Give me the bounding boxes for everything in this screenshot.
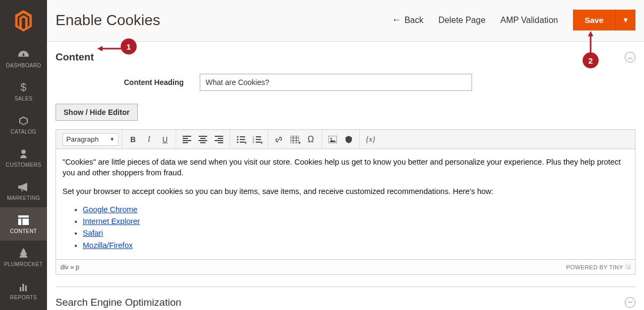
list-item: Safari — [83, 228, 629, 238]
browser-link-safari[interactable]: Safari — [83, 229, 103, 237]
editor-toolbar: Paragraph▼ B I U ▼ 123▼ — [56, 130, 635, 149]
nav-label: DASHBOARD — [6, 63, 41, 68]
tree-icon — [19, 247, 28, 259]
save-button[interactable]: Save — [573, 10, 615, 30]
callout-arrow-2 — [588, 31, 593, 53]
caret-down-icon: ▼ — [260, 141, 264, 145]
format-select[interactable]: Paragraph▼ — [62, 133, 119, 146]
nav-label: CATALOG — [11, 129, 36, 135]
arrow-left-icon: ← — [391, 14, 401, 26]
powered-by-link[interactable]: POWERED BY TINY — [566, 264, 623, 270]
section-header: Content ︿ — [56, 51, 635, 63]
collapse-toggle[interactable]: ︿ — [625, 52, 635, 63]
amp-validation-button[interactable]: AMP Validation — [500, 15, 558, 25]
wysiwyg-editor: Paragraph▼ B I U ▼ 123▼ — [56, 129, 635, 275]
show-hide-editor-button[interactable]: Show / Hide Editor — [56, 104, 138, 121]
nav-label: CONTENT — [10, 228, 37, 234]
dollar-icon: $ — [20, 82, 26, 94]
align-center-button[interactable] — [195, 132, 210, 147]
nav-label: REPORTS — [10, 294, 37, 300]
editor-paragraph: Set your browser to accept cookies so yo… — [62, 186, 629, 197]
callout-arrow-1 — [97, 46, 122, 51]
svg-marker-3 — [588, 31, 593, 36]
editor-list: Google Chrome Internet Explorer Safari M… — [62, 204, 629, 251]
sidebar-item-catalog[interactable]: CATALOG — [0, 108, 47, 141]
back-label: Back — [404, 15, 423, 25]
chevron-up-icon: ︿ — [627, 53, 633, 61]
callout-badge-2: 2 — [583, 52, 599, 68]
magento-logo[interactable] — [0, 0, 47, 42]
underline-button[interactable]: U — [158, 132, 172, 147]
delete-label: Delete Page — [438, 15, 485, 25]
sidebar-item-plumrocket[interactable]: PLUMROCKET — [0, 241, 47, 274]
delete-page-button[interactable]: Delete Page — [438, 15, 485, 25]
amp-label: AMP Validation — [500, 15, 558, 25]
svg-point-12 — [331, 137, 332, 139]
seo-section-header[interactable]: Search Engine Optimization ﹀ — [56, 286, 635, 310]
sidebar-item-marketing[interactable]: MARKETING — [0, 174, 47, 207]
sidebar-item-customers[interactable]: CUSTOMERS — [0, 141, 47, 174]
callout-badge-1: 1 — [121, 38, 137, 55]
content-heading-label: Content Heading — [56, 78, 200, 87]
widget-button[interactable] — [341, 132, 356, 147]
resize-grip[interactable] — [625, 264, 631, 269]
element-path[interactable]: div » p — [60, 264, 79, 271]
nav-label: PLUMROCKET — [4, 261, 43, 267]
variable-button[interactable]: {x} — [363, 132, 378, 147]
seo-title: Search Engine Optimization — [56, 297, 182, 308]
back-button[interactable]: ←Back — [391, 14, 423, 26]
browser-link-ie[interactable]: Internet Explorer — [83, 217, 140, 226]
person-icon — [19, 148, 28, 160]
align-right-button[interactable] — [211, 132, 226, 147]
browser-link-chrome[interactable]: Google Chrome — [83, 205, 137, 214]
list-item: Google Chrome — [83, 204, 629, 215]
expand-toggle[interactable]: ﹀ — [625, 297, 635, 308]
table-button[interactable]: ▼ — [287, 132, 302, 147]
sidebar-item-sales[interactable]: $ SALES — [0, 75, 47, 108]
sidebar-item-content[interactable]: CONTENT — [0, 207, 47, 241]
box-icon — [18, 115, 29, 127]
admin-sidebar: DASHBOARD $ SALES CATALOG CUSTOMERS MARK… — [0, 0, 47, 310]
nav-label: CUSTOMERS — [6, 162, 41, 168]
bullet-list-button[interactable]: ▼ — [233, 132, 248, 147]
dashboard-icon — [18, 49, 29, 60]
main-panel: Enable Cookies ←Back Delete Page AMP Val… — [47, 0, 644, 310]
caret-down-icon: ▼ — [297, 141, 302, 145]
svg-point-5 — [237, 138, 239, 140]
save-button-group: Save ▼ — [573, 10, 635, 30]
caret-down-icon: ▼ — [622, 16, 629, 24]
sidebar-item-reports[interactable]: REPORTS — [0, 274, 47, 307]
svg-marker-1 — [97, 46, 103, 51]
number-list-button[interactable]: 123▼ — [249, 132, 264, 147]
svg-point-6 — [237, 141, 239, 143]
special-char-button[interactable]: Ω — [303, 132, 318, 147]
layout-icon — [18, 214, 29, 226]
editor-footer: div » p POWERED BY TINY — [56, 259, 635, 274]
svg-point-4 — [237, 136, 239, 137]
list-item: Internet Explorer — [83, 216, 629, 227]
caret-down-icon: ▼ — [244, 141, 248, 145]
nav-label: SALES — [14, 96, 33, 102]
page-title: Enable Cookies — [56, 12, 160, 29]
nav-label: MARKETING — [7, 195, 40, 201]
editor-content-area[interactable]: "Cookies" are little pieces of data we s… — [56, 149, 635, 259]
content-section: 1 2 Content ︿ Content Heading Show / Hid… — [47, 42, 644, 310]
chevron-down-icon: ﹀ — [627, 299, 633, 307]
sidebar-item-dashboard[interactable]: DASHBOARD — [0, 42, 47, 75]
link-button[interactable] — [271, 132, 286, 147]
save-dropdown-button[interactable]: ▼ — [615, 10, 635, 30]
content-heading-field: Content Heading — [56, 74, 635, 91]
italic-button[interactable]: I — [142, 132, 156, 147]
svg-text:3: 3 — [253, 141, 254, 143]
page-header: Enable Cookies ←Back Delete Page AMP Val… — [47, 0, 644, 42]
bold-button[interactable]: B — [125, 132, 140, 147]
megaphone-icon — [18, 181, 29, 193]
browser-link-firefox[interactable]: Mozilla/Firefox — [83, 241, 132, 250]
editor-paragraph: "Cookies" are little pieces of data we s… — [62, 157, 629, 179]
image-button[interactable] — [325, 132, 340, 147]
content-heading-input[interactable] — [200, 74, 472, 91]
align-left-button[interactable] — [179, 132, 194, 147]
caret-down-icon: ▼ — [109, 136, 115, 142]
list-item: Mozilla/Firefox — [83, 240, 629, 251]
format-label: Paragraph — [66, 135, 99, 143]
